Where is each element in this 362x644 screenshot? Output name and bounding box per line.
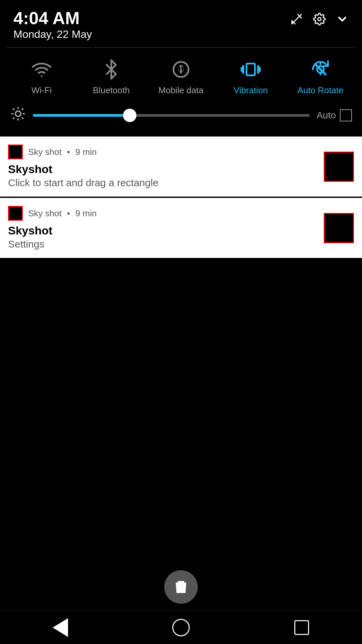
notif-title-1: Skyshot [8,163,324,176]
home-button[interactable] [168,614,194,641]
wifi-label: Wi-Fi [32,85,52,96]
settings-icon[interactable] [313,13,326,29]
svg-line-23 [22,117,23,119]
svg-text:①: ① [178,65,185,74]
status-bar: 4:04 AM Monday, 22 May [0,0,362,47]
notif-body-2: Settings [8,238,324,250]
notif-app-name-1: Sky shot [28,147,62,157]
brightness-thumb[interactable] [123,109,136,122]
notif-body-1: Click to start and drag a rectangle [8,177,324,189]
vibration-icon [239,58,262,81]
notif-header-1: Sky shot • 9 min [8,145,324,159]
brightness-icon [10,106,26,125]
chevron-down-icon[interactable] [336,13,349,29]
vibration-label: Vibration [234,85,268,96]
auto-rotate-icon [309,58,332,81]
clock: 4:04 AM [13,9,92,27]
notif-time-1: 9 min [75,147,97,157]
notif-dot-2: • [67,208,70,219]
svg-rect-10 [247,64,255,75]
brightness-slider[interactable] [33,114,310,117]
notif-time-2: 9 min [75,208,97,219]
mobile-data-icon: ① [169,58,193,81]
notif-title-2: Skyshot [8,224,324,237]
qs-auto-rotate[interactable]: Auto Rotate [294,58,347,96]
auto-checkbox[interactable] [340,109,352,121]
svg-line-22 [13,108,14,110]
notif-header-2: Sky shot • 9 min [8,206,324,221]
bluetooth-label: Bluetooth [93,85,130,96]
brightness-fill [33,114,130,117]
navigation-bar [0,610,362,644]
date: Monday, 22 May [13,28,92,41]
svg-line-27 [22,108,23,110]
mobile-data-label: Mobile data [159,85,203,96]
brightness-row: Auto [0,102,362,135]
qs-mobile-data[interactable]: ① Mobile data [154,58,208,96]
notifications-area: Sky shot • 9 min Skyshot Click to start … [0,137,362,258]
notification-card-1[interactable]: Sky shot • 9 min Skyshot Click to start … [0,137,362,197]
qs-wifi[interactable]: Wi-Fi [15,58,68,96]
notif-action-icon-2[interactable] [324,213,354,243]
notification-card-2[interactable]: Sky shot • 9 min Skyshot Settings [0,198,362,258]
clear-all-button[interactable] [164,570,198,604]
wifi-icon [30,58,53,81]
notif-content-2: Sky shot • 9 min Skyshot Settings [8,206,324,250]
quick-settings-row: Wi-Fi Bluetooth ① Mobile data [0,48,362,102]
qs-bluetooth[interactable]: Bluetooth [84,58,138,96]
svg-point-5 [41,75,43,77]
svg-point-4 [318,17,321,21]
notif-dot-1: • [67,147,70,157]
svg-point-19 [15,111,21,116]
notif-content-1: Sky shot • 9 min Skyshot Click to start … [8,145,324,189]
bluetooth-icon [100,58,123,81]
notif-app-name-2: Sky shot [28,208,62,219]
status-time: 4:04 AM Monday, 22 May [13,9,92,41]
back-button[interactable] [47,614,74,641]
brightness-track [33,114,310,117]
recents-icon [294,620,309,635]
brightness-auto: Auto [316,109,352,121]
edit-icon[interactable] [290,13,303,29]
trash-icon [172,578,190,596]
qs-vibration[interactable]: Vibration [224,58,278,96]
recents-button[interactable] [288,614,315,641]
status-icons [290,13,349,29]
notif-app-icon-2 [8,206,23,221]
auto-label: Auto [316,110,336,121]
back-icon [53,618,68,637]
home-icon [172,619,190,636]
auto-rotate-label: Auto Rotate [297,85,343,96]
notif-app-icon-1 [8,145,23,159]
svg-line-26 [13,117,14,119]
notif-action-icon-1[interactable] [324,152,354,182]
